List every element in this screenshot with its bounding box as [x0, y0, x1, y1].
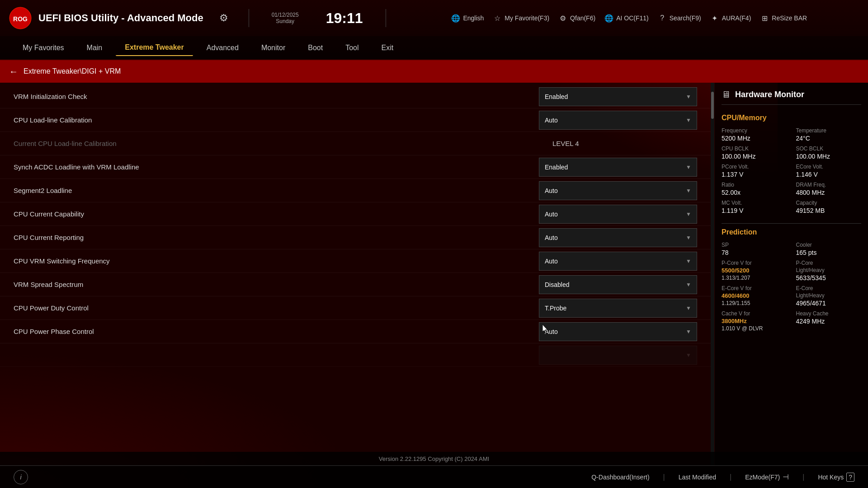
dropdown-cpu-power-duty[interactable]: T.Probe ▼ — [539, 299, 697, 318]
question-icon: ? — [658, 14, 667, 23]
prediction-section: Prediction SP 78 Cooler 165 pts P-Core V… — [722, 228, 861, 332]
dropdown-vrm-init-value: Enabled — [545, 93, 568, 100]
ecore-light-heavy-label2: Light/Heavy — [796, 292, 862, 299]
monitor-divider — [722, 223, 861, 224]
tool-language[interactable]: 🌐 English — [451, 14, 484, 23]
tool-aura-label: AURA(F4) — [722, 14, 751, 22]
dropdown-vrm-spread[interactable]: Disabled ▼ — [539, 275, 697, 294]
capacity-value: 49152 MB — [796, 207, 862, 214]
dropdown-cpu-vrm-sw-value: Auto — [545, 258, 558, 265]
setting-row-cpu-current-cap: CPU Current Capability Auto ▼ — [0, 202, 711, 226]
tool-qfan-label: Qfan(F6) — [570, 14, 595, 22]
pcore-v-for-highlight: 5500/5200 — [722, 267, 787, 274]
dropdown-arrow-icon-6: ▼ — [686, 235, 691, 241]
resize-bar-icon: ⊞ — [760, 14, 769, 23]
tool-ai-oc[interactable]: 🌐 AI OC(F11) — [604, 14, 649, 23]
dropdown-arrow-icon-9: ▼ — [686, 305, 691, 311]
nav-boot[interactable]: Boot — [299, 40, 332, 56]
tool-resize-bar[interactable]: ⊞ ReSize BAR — [760, 14, 807, 23]
last-modified-button[interactable]: Last Modified — [679, 474, 716, 481]
tool-search[interactable]: ? Search(F9) — [658, 14, 701, 23]
ratio-value: 52.00x — [722, 189, 787, 196]
soc-bclk-value: 100.00 MHz — [796, 153, 862, 160]
scroll-indicator[interactable] — [711, 83, 714, 466]
ecore-volt-label: ECore Volt. — [796, 164, 862, 170]
dropdown-arrow-icon-7: ▼ — [686, 258, 691, 264]
pcore-light-heavy-value: 5633/5345 — [796, 274, 862, 282]
nav-my-favorites[interactable]: My Favorites — [14, 40, 73, 56]
dropdown-cpu-current-rep[interactable]: Auto ▼ — [539, 228, 697, 247]
nav-main[interactable]: Main — [78, 40, 112, 56]
date-line1: 01/12/2025 — [263, 12, 308, 18]
scroll-thumb — [711, 92, 714, 119]
ez-mode-icon: ⊣ — [783, 473, 789, 481]
mc-volt-value: 1.119 V — [722, 207, 787, 214]
setting-row-segment2: Segment2 Loadline Auto ▼ — [0, 179, 711, 202]
settings-table: VRM Initialization Check Enabled ▼ CPU L… — [0, 85, 711, 367]
dropdown-arrow-icon-8: ▼ — [686, 282, 691, 288]
dropdown-arrow-icon-4: ▼ — [686, 188, 691, 194]
action-separator-1: | — [663, 473, 665, 481]
dropdown-cpu-vrm-sw[interactable]: Auto ▼ — [539, 252, 697, 271]
dropdown-partial[interactable]: ▼ — [539, 346, 697, 365]
pcore-light-heavy-label: P-Core — [796, 260, 862, 266]
pcore-volt-label: PCore Volt. — [722, 164, 787, 170]
q-dashboard-button[interactable]: Q-Dashboard(Insert) — [591, 474, 649, 481]
nav-exit[interactable]: Exit — [373, 40, 403, 56]
monitor-cpu-bclk: CPU BCLK 100.00 MHz — [722, 145, 787, 160]
dropdown-segment2[interactable]: Auto ▼ — [539, 181, 697, 200]
ez-mode-button[interactable]: EzMode(F7) ⊣ — [745, 473, 789, 481]
bottom-actions: Q-Dashboard(Insert) | Last Modified | Ez… — [591, 473, 854, 482]
temperature-value: 24°C — [796, 135, 862, 142]
dropdown-vrm-spread-value: Disabled — [545, 281, 569, 288]
hw-monitor-title-text: Hardware Monitor — [735, 90, 804, 99]
soc-bclk-label: SOC BCLK — [796, 145, 862, 152]
dropdown-cpu-loadline-value: Auto — [545, 117, 558, 124]
nav-tool[interactable]: Tool — [336, 40, 368, 56]
back-arrow-icon[interactable]: ← — [9, 66, 18, 77]
setting-row-vrm-spread: VRM Spread Spectrum Disabled ▼ — [0, 273, 711, 296]
dropdown-cpu-power-phase[interactable]: Auto ▼ — [539, 322, 697, 341]
tool-aura[interactable]: ✦ AURA(F4) — [710, 14, 751, 23]
setting-row-cpu-vrm-sw: CPU VRM Switching Frequency Auto ▼ — [0, 249, 711, 273]
settings-gear-icon[interactable]: ⚙ — [219, 12, 228, 24]
prediction-pcore-light-heavy: P-Core Light/Heavy 5633/5345 — [796, 260, 862, 282]
dropdown-cpu-current-cap-value: Auto — [545, 211, 558, 218]
q-dashboard-label: Q-Dashboard(Insert) — [591, 474, 649, 481]
sp-label: SP — [722, 242, 787, 248]
nav-extreme-tweaker[interactable]: Extreme Tweaker — [116, 40, 193, 56]
monitor-display-icon: 🖥 — [722, 89, 731, 100]
dropdown-synch-acdc[interactable]: Enabled ▼ — [539, 158, 697, 177]
setting-label-cpu-power-phase: CPU Power Phase Control — [14, 328, 539, 335]
dropdown-vrm-init[interactable]: Enabled ▼ — [539, 87, 697, 106]
fan-icon: ⚙ — [558, 14, 567, 23]
setting-label-partial — [14, 351, 539, 359]
frequency-value: 5200 MHz — [722, 135, 787, 142]
tool-my-favorite[interactable]: ☆ My Favorite(F3) — [493, 14, 549, 23]
dram-freq-value: 4800 MHz — [796, 189, 862, 196]
dropdown-cpu-current-rep-value: Auto — [545, 234, 558, 241]
setting-label-synch-acdc: Synch ACDC Loadline with VRM Loadline — [14, 163, 539, 171]
rog-logo-icon: ROG — [9, 7, 32, 29]
hot-keys-button[interactable]: Hot Keys ? — [818, 473, 854, 482]
prediction-sp: SP 78 — [722, 242, 787, 256]
setting-label-cpu-power-duty: CPU Power Duty Control — [14, 304, 539, 312]
bottom-bar: i Q-Dashboard(Insert) | Last Modified | … — [0, 465, 868, 488]
nav-monitor[interactable]: Monitor — [252, 40, 294, 56]
aura-icon: ✦ — [710, 14, 719, 23]
info-icon: i — [14, 470, 28, 484]
dropdown-cpu-current-cap[interactable]: Auto ▼ — [539, 205, 697, 224]
setting-row-cpu-current-rep: CPU Current Reporting Auto ▼ — [0, 226, 711, 249]
pcore-v-for-sub: 1.313/1.207 — [722, 275, 787, 281]
dropdown-cpu-loadline[interactable]: Auto ▼ — [539, 111, 697, 130]
monitor-frequency: Frequency 5200 MHz — [722, 127, 787, 142]
nav-advanced[interactable]: Advanced — [198, 40, 248, 56]
dropdown-segment2-value: Auto — [545, 187, 558, 194]
app-title: UEFI BIOS Utility - Advanced Mode — [38, 12, 203, 24]
top-tools-bar: 🌐 English ☆ My Favorite(F3) ⚙ Qfan(F6) 🌐… — [400, 14, 859, 23]
logo-area: ROG UEFI BIOS Utility - Advanced Mode — [9, 7, 203, 29]
cpu-memory-grid: Frequency 5200 MHz Temperature 24°C CPU … — [722, 127, 861, 214]
tool-qfan[interactable]: ⚙ Qfan(F6) — [558, 14, 595, 23]
prediction-heavy-cache: Heavy Cache 4249 MHz — [796, 310, 862, 332]
hw-monitor-title: 🖥 Hardware Monitor — [722, 89, 861, 105]
